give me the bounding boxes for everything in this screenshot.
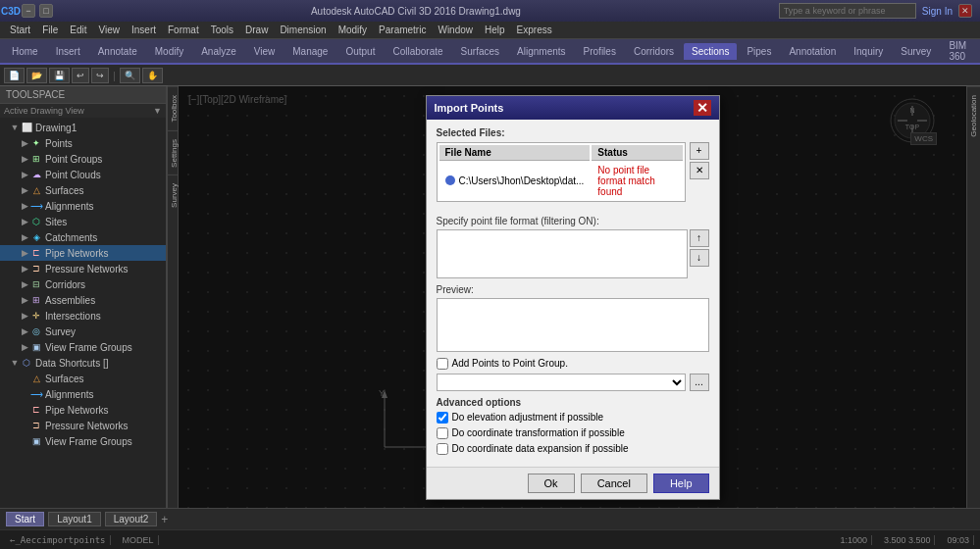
menu-draw[interactable]: Draw	[239, 25, 274, 35]
tree-item-point-groups[interactable]: ▶ ⊞ Point Groups	[0, 151, 166, 167]
maximize-button[interactable]: □	[39, 4, 53, 18]
tab-layout2[interactable]: Layout2	[105, 512, 158, 526]
expand-surfaces[interactable]: ▶	[20, 185, 29, 195]
view-selector[interactable]: Active Drawing View ▼	[0, 104, 166, 118]
toolbar-redo[interactable]: ↪	[91, 68, 109, 83]
vtab-settings[interactable]: Settings	[168, 130, 178, 175]
tree-item-data-shortcuts[interactable]: ▼ ⬡ Data Shortcuts []	[0, 355, 166, 371]
tree-item-survey[interactable]: ▶ ◎ Survey	[0, 324, 166, 339]
tab-inquiry[interactable]: Inquiry	[846, 43, 891, 60]
tab-bim360[interactable]: BIM 360	[941, 37, 974, 65]
expand-vfg[interactable]: ▶	[20, 342, 29, 352]
tree-item-point-clouds[interactable]: ▶ ☁ Point Clouds	[0, 167, 166, 182]
toolbar-pan[interactable]: ✋	[142, 68, 163, 83]
group-browse-button[interactable]: ...	[690, 374, 709, 391]
tree-item-pressure-networks2[interactable]: ⊐ Pressure Networks	[0, 418, 166, 433]
menu-start[interactable]: Start	[4, 25, 36, 35]
menu-window[interactable]: Window	[432, 25, 479, 35]
expand-assemblies[interactable]: ▶	[20, 295, 29, 305]
expand-catchments[interactable]: ▶	[20, 232, 29, 242]
ok-button[interactable]: Ok	[528, 474, 575, 493]
tab-layout1[interactable]: Layout1	[48, 512, 101, 526]
tree-item-surfaces[interactable]: ▶ △ Surfaces	[0, 182, 166, 198]
expand-survey[interactable]: ▶	[20, 326, 29, 336]
expand-points[interactable]: ▶	[20, 138, 29, 148]
menu-tools[interactable]: Tools	[205, 25, 239, 35]
coord-transform-checkbox[interactable]	[437, 427, 448, 439]
close-button[interactable]: ✕	[958, 4, 972, 18]
tree-item-view-frame-groups[interactable]: ▶ ▣ View Frame Groups	[0, 339, 166, 355]
tree-item-pressure-networks[interactable]: ▶ ⊐ Pressure Networks	[0, 261, 166, 276]
tree-item-corridors[interactable]: ▶ ⊟ Corridors	[0, 276, 166, 292]
menu-express[interactable]: Express	[511, 25, 558, 35]
menu-help[interactable]: Help	[479, 25, 511, 35]
expand-alignments[interactable]: ▶	[20, 201, 29, 211]
tab-sections[interactable]: Sections	[684, 43, 737, 60]
format-up-button[interactable]: ↑	[690, 229, 709, 247]
format-down-button[interactable]: ↓	[690, 249, 709, 267]
menu-edit[interactable]: Edit	[64, 25, 92, 35]
tab-output[interactable]: Output	[337, 43, 383, 60]
modal-close-button[interactable]: ✕	[694, 100, 711, 116]
menu-view[interactable]: View	[92, 25, 126, 35]
tree-item-pipe-networks2[interactable]: ⊏ Pipe Networks	[0, 402, 166, 418]
tree-item-drawing1[interactable]: ▼ ⬜ Drawing1	[0, 120, 166, 135]
tab-performance[interactable]: Performance	[976, 43, 980, 60]
tab-collaborate[interactable]: Collaborate	[385, 43, 450, 60]
coord-expand-checkbox[interactable]	[437, 443, 448, 455]
tree-item-assemblies[interactable]: ▶ ⊞ Assemblies	[0, 292, 166, 308]
tree-item-pipe-networks[interactable]: ▶ ⊏ Pipe Networks	[0, 245, 166, 261]
group-select[interactable]	[437, 374, 686, 391]
toolbar-save[interactable]: 💾	[49, 68, 70, 83]
tree-item-sites[interactable]: ▶ ⬡ Sites	[0, 214, 166, 229]
tab-modify[interactable]: Modify	[147, 43, 191, 60]
tree-item-view-frame-groups2[interactable]: ▣ View Frame Groups	[0, 433, 166, 449]
expand-point-groups[interactable]: ▶	[20, 154, 29, 164]
vtab-survey[interactable]: Survey	[168, 175, 178, 216]
expand-corridors[interactable]: ▶	[20, 279, 29, 289]
toolbar-new[interactable]: 📄	[4, 68, 25, 83]
tab-surfaces[interactable]: Surfaces	[453, 43, 507, 60]
menu-modify[interactable]: Modify	[333, 25, 373, 35]
tab-alignments[interactable]: Alignments	[509, 43, 573, 60]
tree-item-points[interactable]: ▶ ✦ Points	[0, 135, 166, 151]
add-to-group-checkbox[interactable]	[437, 358, 448, 370]
cad-viewport[interactable]: [−][Top][2D Wireframe] N TOP WCS	[179, 86, 966, 508]
vtab-geolocation[interactable]: Geolocation	[967, 86, 980, 145]
tree-item-alignments[interactable]: ▶ ⟶ Alignments	[0, 198, 166, 214]
expand-drawing1[interactable]: ▼	[10, 123, 20, 132]
tab-profiles[interactable]: Profiles	[576, 43, 624, 60]
menu-format[interactable]: Format	[162, 25, 205, 35]
tab-manage[interactable]: Manage	[284, 43, 335, 60]
tab-corridors[interactable]: Corridors	[626, 43, 682, 60]
add-tab-button[interactable]: +	[161, 513, 168, 526]
expand-intersections[interactable]: ▶	[20, 311, 29, 321]
remove-file-button[interactable]: ✕	[690, 162, 709, 179]
menu-parametric[interactable]: Parametric	[373, 25, 432, 35]
vtab-toolbox[interactable]: Toolbox	[168, 86, 178, 130]
tab-analyze[interactable]: Analyze	[193, 43, 244, 60]
tab-annotate[interactable]: Annotate	[90, 43, 145, 60]
tree-item-surfaces2[interactable]: △ Surfaces	[0, 371, 166, 386]
expand-point-clouds[interactable]: ▶	[20, 170, 29, 179]
toolbar-open[interactable]: 📂	[26, 68, 47, 83]
tab-insert[interactable]: Insert	[48, 43, 88, 60]
tab-survey[interactable]: Survey	[893, 43, 939, 60]
tree-item-intersections[interactable]: ▶ ✛ Intersections	[0, 308, 166, 324]
add-file-button[interactable]: +	[690, 142, 709, 160]
menu-insert[interactable]: Insert	[126, 25, 162, 35]
menu-dimension[interactable]: Dimension	[274, 25, 332, 35]
expand-data-shortcuts[interactable]: ▼	[10, 358, 20, 368]
expand-sites[interactable]: ▶	[20, 217, 29, 226]
minimize-button[interactable]: −	[22, 4, 35, 18]
model-label[interactable]: MODEL	[119, 535, 159, 545]
toolbar-undo[interactable]: ↩	[72, 68, 89, 83]
tree-item-catchments[interactable]: ▶ ◈ Catchments	[0, 229, 166, 245]
tab-home[interactable]: Home	[4, 43, 46, 60]
tab-pipes[interactable]: Pipes	[739, 43, 779, 60]
menu-file[interactable]: File	[36, 25, 64, 35]
elevation-checkbox[interactable]	[437, 412, 448, 424]
tab-annotation[interactable]: Annotation	[781, 43, 844, 60]
tab-start[interactable]: Start	[6, 512, 44, 526]
search-input[interactable]	[779, 3, 916, 19]
